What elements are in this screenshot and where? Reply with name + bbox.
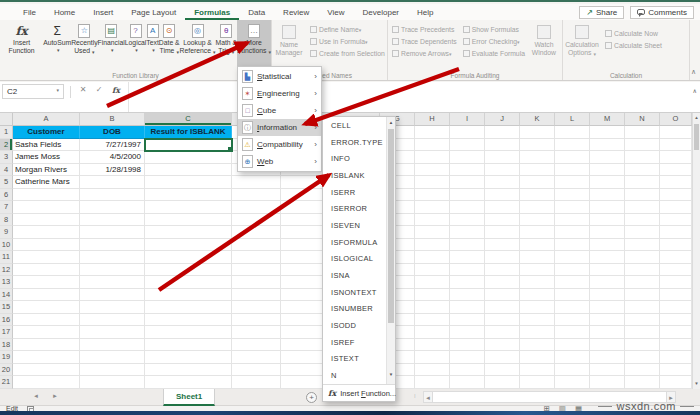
prev-sheet-button[interactable]: ◄ (33, 393, 39, 399)
cell-J1[interactable] (485, 126, 520, 139)
insert-function-menu-item[interactable]: fx Insert Function... (323, 384, 395, 401)
cell-N8[interactable] (625, 214, 660, 227)
cell-J12[interactable] (485, 264, 520, 277)
expand-formula-bar-icon[interactable]: ∧ (693, 87, 697, 94)
cell-D8[interactable] (232, 214, 281, 227)
cell-O3[interactable] (660, 151, 692, 164)
cell-C18[interactable] (145, 339, 232, 352)
cell-B8[interactable] (80, 214, 145, 227)
cell-A9[interactable] (13, 226, 80, 239)
cell-N18[interactable] (625, 339, 660, 352)
cell-D10[interactable] (232, 239, 281, 252)
vertical-scroll-thumb[interactable] (694, 124, 699, 150)
menu-item[interactable]: ▙ Statistical › (238, 68, 321, 85)
cell-H21[interactable] (415, 376, 450, 389)
cell-O21[interactable] (660, 376, 692, 389)
cell-O19[interactable] (660, 351, 692, 364)
cell-L5[interactable] (555, 176, 590, 189)
row-header-18[interactable]: 18 (0, 339, 13, 352)
auditing-command[interactable]: Evaluate Formula (463, 48, 525, 59)
cell-A10[interactable] (13, 239, 80, 252)
cell-A6[interactable] (13, 189, 80, 202)
cell-M15[interactable] (590, 301, 625, 314)
cell-M2[interactable] (590, 139, 625, 152)
cell-D20[interactable] (232, 364, 281, 377)
function-menu-item[interactable]: CELL (323, 117, 395, 134)
column-header-I[interactable]: I (450, 113, 485, 126)
row-header-9[interactable]: 9 (0, 226, 13, 239)
cell-D14[interactable] (232, 289, 281, 302)
cell-O8[interactable] (660, 214, 692, 227)
column-header-M[interactable]: M (590, 113, 625, 126)
ribbon-tab[interactable]: Home (45, 4, 84, 20)
name-manager-button[interactable]: Name Manager (272, 20, 306, 58)
cell-H20[interactable] (415, 364, 450, 377)
cell-A2[interactable]: Sasha Fields (13, 139, 80, 152)
cell-B13[interactable] (80, 276, 145, 289)
cell-J15[interactable] (485, 301, 520, 314)
cell-H12[interactable] (415, 264, 450, 277)
cell-A16[interactable] (13, 314, 80, 327)
cell-C3[interactable] (145, 151, 232, 164)
cell-C21[interactable] (145, 376, 232, 389)
cell-B2[interactable]: 7/27/1997 (80, 139, 145, 152)
cell-C2[interactable] (145, 139, 232, 152)
auditing-command[interactable]: Trace Precedents (392, 24, 457, 35)
cell-O4[interactable] (660, 164, 692, 177)
cell-K12[interactable] (520, 264, 555, 277)
cell-N12[interactable] (625, 264, 660, 277)
ribbon-tab[interactable]: Formulas (185, 4, 239, 20)
cell-B16[interactable] (80, 314, 145, 327)
auditing-command[interactable]: Error Checking ▾ (463, 36, 525, 47)
cell-O9[interactable] (660, 226, 692, 239)
cell-I21[interactable] (450, 376, 485, 389)
cell-K14[interactable] (520, 289, 555, 302)
cell-K4[interactable] (520, 164, 555, 177)
cell-M8[interactable] (590, 214, 625, 227)
cell-C9[interactable] (145, 226, 232, 239)
cell-K3[interactable] (520, 151, 555, 164)
cell-A20[interactable] (13, 364, 80, 377)
cell-K5[interactable] (520, 176, 555, 189)
row-header-4[interactable]: 4 (0, 164, 13, 177)
column-header-A[interactable]: A (13, 113, 80, 126)
cell-A17[interactable] (13, 326, 80, 339)
row-header-10[interactable]: 10 (0, 239, 13, 252)
cell-N15[interactable] (625, 301, 660, 314)
cell-K21[interactable] (520, 376, 555, 389)
function-menu-item[interactable]: ISFORMULA (323, 234, 395, 251)
cell-A13[interactable] (13, 276, 80, 289)
sheet-tab-sheet1[interactable]: Sheet1 (163, 389, 215, 406)
function-menu-item[interactable]: ISTEXT (323, 351, 395, 368)
cell-C20[interactable] (145, 364, 232, 377)
cell-H10[interactable] (415, 239, 450, 252)
cell-D15[interactable] (232, 301, 281, 314)
cell-B4[interactable]: 1/28/1998 (80, 164, 145, 177)
function-category-button[interactable]: ▤ Financial ▾ (98, 20, 125, 66)
scroll-up-icon[interactable]: ▲ (387, 118, 395, 128)
cell-M6[interactable] (590, 189, 625, 202)
cell-H6[interactable] (415, 189, 450, 202)
cell-N14[interactable] (625, 289, 660, 302)
cell-J21[interactable] (485, 376, 520, 389)
cell-B6[interactable] (80, 189, 145, 202)
cell-N16[interactable] (625, 314, 660, 327)
cell-K16[interactable] (520, 314, 555, 327)
cell-H2[interactable] (415, 139, 450, 152)
row-header-15[interactable]: 15 (0, 301, 13, 314)
cell-H8[interactable] (415, 214, 450, 227)
cell-H1[interactable] (415, 126, 450, 139)
scroll-up-icon[interactable]: ▲ (693, 113, 700, 123)
defined-names-command[interactable]: Define Name ▾ (310, 24, 385, 35)
function-menu-item[interactable]: ISNONTEXT (323, 284, 395, 301)
cell-J10[interactable] (485, 239, 520, 252)
cell-L8[interactable] (555, 214, 590, 227)
cell-N9[interactable] (625, 226, 660, 239)
cell-B12[interactable] (80, 264, 145, 277)
column-header-C[interactable]: C (145, 113, 232, 126)
scrollbar-splitter[interactable]: ⁞ (414, 393, 416, 399)
cell-O15[interactable] (660, 301, 692, 314)
cell-N5[interactable] (625, 176, 660, 189)
cell-J19[interactable] (485, 351, 520, 364)
auditing-command[interactable]: Show Formulas (463, 24, 525, 35)
